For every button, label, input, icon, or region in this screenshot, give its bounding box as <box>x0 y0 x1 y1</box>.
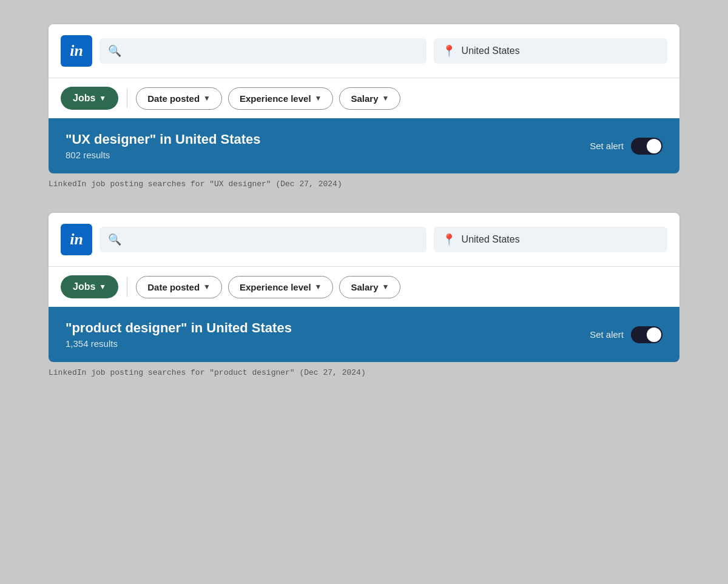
jobs-button[interactable]: Jobs ▼ <box>61 87 118 110</box>
alert-section: Set alert <box>590 326 662 343</box>
alert-section: Set alert <box>590 138 662 155</box>
search-card-wrapper-2: in 🔍 📍 United States Jobs ▼ Date posted … <box>49 213 679 383</box>
search-bar: in 🔍 📍 United States <box>49 24 679 78</box>
salary-button[interactable]: Salary ▼ <box>339 276 400 298</box>
filter-bar: Jobs ▼ Date posted ▼ Experience level ▼ … <box>49 78 679 118</box>
location-icon: 📍 <box>442 233 456 246</box>
search-input-wrapper: 🔍 <box>99 38 426 64</box>
filter-bar: Jobs ▼ Date posted ▼ Experience level ▼ … <box>49 267 679 307</box>
jobs-chevron-icon: ▼ <box>99 283 106 291</box>
salary-label: Salary <box>351 93 378 104</box>
search-bar: in 🔍 📍 United States <box>49 213 679 267</box>
location-text: United States <box>462 45 520 56</box>
jobs-label: Jobs <box>73 281 95 292</box>
search-card-wrapper-1: in 🔍 📍 United States Jobs ▼ Date posted … <box>49 24 679 195</box>
search-input-wrapper: 🔍 <box>99 227 426 252</box>
results-info: "UX designer" in United States 802 resul… <box>66 132 261 160</box>
location-wrapper: 📍 United States <box>434 227 667 252</box>
salary-chevron-icon: ▼ <box>382 283 389 291</box>
filter-divider <box>127 277 127 297</box>
salary-button[interactable]: Salary ▼ <box>339 87 400 110</box>
jobs-button[interactable]: Jobs ▼ <box>61 275 118 298</box>
search-input[interactable] <box>127 234 418 245</box>
search-icon: 🔍 <box>108 44 121 58</box>
experience-chevron-icon: ▼ <box>315 283 322 291</box>
results-info: "product designer" in United States 1,35… <box>66 320 292 349</box>
search-icon: 🔍 <box>108 233 121 246</box>
linkedin-logo: in <box>61 224 92 255</box>
date-chevron-icon: ▼ <box>203 283 211 291</box>
location-icon: 📍 <box>442 44 456 58</box>
date-posted-button[interactable]: Date posted ▼ <box>136 87 222 110</box>
date-posted-button[interactable]: Date posted ▼ <box>136 276 222 298</box>
filter-divider <box>127 89 127 108</box>
experience-level-button[interactable]: Experience level ▼ <box>228 87 333 110</box>
experience-chevron-icon: ▼ <box>315 94 322 102</box>
results-bar: "UX designer" in United States 802 resul… <box>49 118 679 173</box>
alert-toggle[interactable] <box>631 138 662 155</box>
results-count: 1,354 results <box>66 338 292 349</box>
results-title: "product designer" in United States <box>66 320 292 336</box>
salary-chevron-icon: ▼ <box>382 94 389 102</box>
date-posted-label: Date posted <box>147 282 200 292</box>
experience-level-button[interactable]: Experience level ▼ <box>228 276 333 298</box>
search-input[interactable] <box>127 45 418 56</box>
jobs-chevron-icon: ▼ <box>99 94 106 102</box>
date-chevron-icon: ▼ <box>203 94 211 102</box>
experience-level-label: Experience level <box>240 282 311 292</box>
results-title: "UX designer" in United States <box>66 132 261 147</box>
salary-label: Salary <box>351 282 378 292</box>
results-count: 802 results <box>66 150 261 160</box>
experience-level-label: Experience level <box>240 93 311 104</box>
set-alert-label: Set alert <box>590 329 624 340</box>
location-wrapper: 📍 United States <box>434 38 667 64</box>
search-caption: LinkedIn job posting searches for "produ… <box>49 362 679 383</box>
toggle-knob <box>647 327 661 342</box>
location-text: United States <box>462 234 520 245</box>
linkedin-logo-text: in <box>70 230 83 249</box>
date-posted-label: Date posted <box>147 93 200 104</box>
toggle-knob <box>647 139 661 153</box>
jobs-label: Jobs <box>73 93 95 104</box>
set-alert-label: Set alert <box>590 141 624 151</box>
alert-toggle[interactable] <box>631 326 662 343</box>
results-bar: "product designer" in United States 1,35… <box>49 307 679 362</box>
search-caption: LinkedIn job posting searches for "UX de… <box>49 173 679 195</box>
linkedin-logo: in <box>61 35 92 67</box>
linkedin-logo-text: in <box>70 42 83 60</box>
